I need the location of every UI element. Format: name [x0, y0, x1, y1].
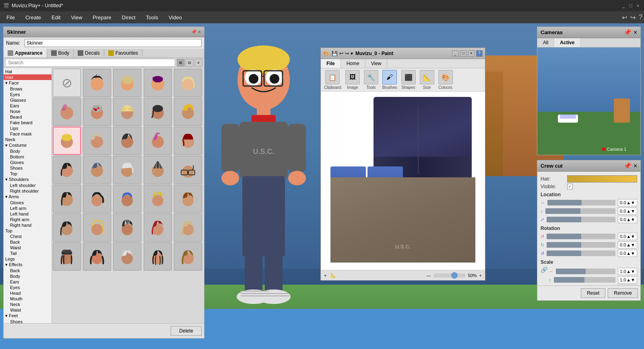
location-x-value[interactable]: 0.0▲▼ — [618, 199, 637, 206]
size-icon[interactable]: 📐 — [420, 70, 434, 84]
tab-decals[interactable]: Decals — [74, 49, 104, 57]
tree-back[interactable]: Back — [4, 239, 52, 245]
tree-facemask[interactable]: Face mask — [4, 131, 52, 137]
rotation-z-value[interactable]: 0.0▲▼ — [618, 250, 637, 257]
skinner-close-button[interactable]: × — [198, 29, 201, 35]
close-button[interactable]: × — [635, 3, 641, 8]
scale-y-value[interactable]: 1.0▲▼ — [618, 276, 637, 283]
menu-direct[interactable]: Direct — [117, 13, 140, 22]
brushes-icon[interactable]: 🖌 — [382, 70, 397, 84]
rotation-y-slider[interactable] — [547, 242, 615, 248]
grid-item-20[interactable] — [53, 185, 81, 213]
grid-item-27[interactable] — [113, 214, 141, 242]
location-z-slider[interactable] — [547, 217, 615, 222]
grid-item-7[interactable] — [113, 98, 141, 126]
grid-item-22[interactable] — [113, 185, 141, 213]
grid-item-25[interactable] — [53, 214, 81, 242]
tree-bottom[interactable]: Bottom — [4, 154, 52, 160]
tree-neck[interactable]: Neck — [4, 137, 52, 142]
tree-nose[interactable]: Nose — [4, 109, 52, 114]
paint-icon-undo[interactable]: ↩ — [339, 51, 343, 56]
grid-item-4[interactable] — [174, 69, 202, 97]
zoom-out-button[interactable]: — — [427, 273, 431, 278]
tree-arms[interactable]: ▾ Arms — [4, 194, 52, 200]
undo-button[interactable]: ↩ — [622, 14, 627, 21]
grid-item-26[interactable] — [83, 214, 111, 242]
tree-gloves[interactable]: Gloves — [4, 160, 52, 165]
tree-body[interactable]: Body — [4, 148, 52, 154]
name-input[interactable] — [25, 39, 202, 47]
grid-item-29[interactable] — [174, 214, 202, 242]
grid-item-none[interactable] — [53, 69, 81, 97]
grid-item-9[interactable] — [174, 98, 202, 126]
paint-close-button[interactable]: × — [468, 50, 475, 57]
tree-leftshoulder[interactable]: Left shoulder — [4, 183, 52, 188]
search-input[interactable] — [5, 59, 175, 67]
paint-tab-view[interactable]: View — [365, 59, 388, 68]
tree-lips[interactable]: Lips — [4, 125, 52, 131]
tree-ftshoes[interactable]: Shoes — [4, 319, 52, 323]
grid-item-11[interactable] — [83, 127, 111, 155]
grid-item-selected[interactable] — [53, 127, 81, 155]
tree-hair[interactable]: Hair — [4, 74, 52, 80]
skinner-pin-button[interactable]: 📌 — [191, 29, 197, 35]
tree-efbody[interactable]: Body — [4, 273, 52, 279]
tree-righthand[interactable]: Right hand — [4, 222, 52, 228]
grid-item-13[interactable] — [144, 127, 172, 155]
rotation-x-value[interactable]: 0.0▲▼ — [618, 233, 637, 240]
grid-item-17[interactable] — [113, 156, 141, 184]
grid-item-3[interactable] — [144, 69, 172, 97]
minimize-button[interactable]: _ — [621, 3, 626, 8]
tree-efneck[interactable]: Neck — [4, 302, 52, 307]
scale-x-value[interactable]: 1.0▲▼ — [618, 268, 637, 275]
grid-item-14[interactable] — [174, 127, 202, 155]
menu-video[interactable]: Video — [164, 13, 187, 22]
paint-canvas[interactable]: U.S.C. — [321, 92, 485, 270]
tree-beard[interactable]: Beard — [4, 114, 52, 120]
grid-item-18[interactable] — [144, 156, 172, 184]
view-large-grid-button[interactable]: ⊞ — [177, 59, 185, 67]
grid-item-8[interactable] — [144, 98, 172, 126]
location-x-slider[interactable] — [547, 200, 615, 205]
rotation-y-value[interactable]: 0.0▲▼ — [618, 241, 637, 248]
paint-help-button[interactable]: ? — [476, 50, 483, 57]
grid-item-33[interactable] — [144, 242, 172, 271]
grid-item-31[interactable] — [83, 242, 111, 271]
grid-item-2[interactable] — [113, 69, 141, 97]
grid-item-32[interactable] — [113, 242, 141, 271]
menu-tools[interactable]: Tools — [141, 13, 163, 22]
tree-fakebeard[interactable]: Fake beard — [4, 120, 52, 125]
location-y-value[interactable]: 0.0▲▼ — [618, 207, 637, 215]
menu-view[interactable]: View — [66, 13, 87, 22]
paint-maximize-button[interactable]: □ — [460, 50, 466, 57]
tree-ears[interactable]: Ears — [4, 103, 52, 109]
cameras-pin-button[interactable]: 📌 — [623, 29, 632, 36]
delete-button[interactable]: Delete — [171, 326, 202, 336]
grid-item-28[interactable] — [144, 214, 172, 242]
grid-item-34[interactable] — [174, 242, 202, 271]
grid-item-15[interactable] — [53, 156, 81, 184]
tree-feet[interactable]: ▾ Feet — [4, 313, 52, 319]
image-icon[interactable]: 🖼 — [345, 70, 360, 84]
crewcut-pin-button[interactable]: 📌 — [623, 162, 632, 169]
paint-tab-file[interactable]: File — [321, 59, 341, 68]
grid-item-5[interactable] — [53, 98, 81, 126]
tree-efhead[interactable]: Head — [4, 290, 52, 296]
help-button[interactable]: ? — [639, 14, 642, 21]
paint-icon-save[interactable]: 💾 — [332, 51, 338, 56]
menu-create[interactable]: Create — [21, 13, 46, 22]
paint-icon-redo[interactable]: ↪ — [345, 51, 349, 56]
tree-armsgloves[interactable]: Gloves — [4, 200, 52, 205]
grid-item-6[interactable] — [83, 98, 111, 126]
menu-edit[interactable]: Edit — [47, 13, 65, 22]
tree-rightarm[interactable]: Right arm — [4, 217, 52, 222]
tree-efwaist[interactable]: Waist — [4, 307, 52, 313]
tree-tail[interactable]: Tail — [4, 250, 52, 256]
tree-efears[interactable]: Ears — [4, 279, 52, 285]
location-y-slider[interactable] — [545, 208, 616, 214]
crewcut-close-button[interactable]: × — [634, 162, 637, 169]
tree-shoulders[interactable]: ▾ Shoulders — [4, 177, 52, 183]
grid-item-19[interactable] — [174, 156, 202, 184]
grid-item-12[interactable] — [113, 127, 141, 155]
scale-x-slider[interactable] — [556, 269, 615, 274]
